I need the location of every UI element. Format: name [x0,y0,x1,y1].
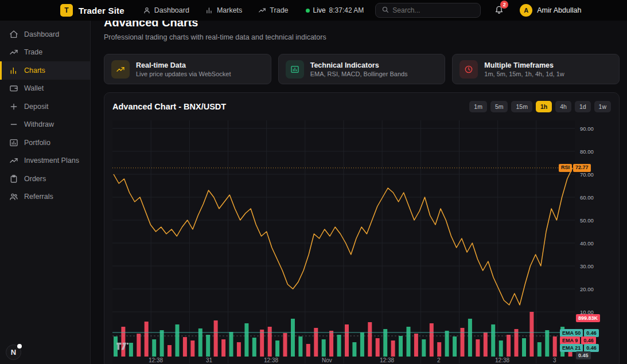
feature-description: Live price updates via WebSocket [136,71,231,77]
notification-count-badge: 2 [500,1,508,9]
search-input[interactable] [392,6,469,14]
tradingview-logo[interactable] [116,342,133,353]
ema-badge-label: EMA 50 [560,329,583,337]
timeframe-1d-button[interactable]: 1d [575,101,591,112]
sidebar-item-label: Trade [24,48,42,56]
sidebar-item-label: Deposit [24,103,48,111]
price-tick-label: 40.00 [580,240,594,246]
x-axis-label: 3 [553,357,556,363]
sidebar-item-withdraw[interactable]: Withdraw [0,116,90,134]
volume-bar [430,323,434,357]
volume-badge: 899.83K [576,314,600,322]
dev-badge[interactable]: N [6,345,21,360]
volume-bar [437,342,441,357]
timeframe-1h-button[interactable]: 1h [536,101,552,112]
volume-bar [391,340,395,357]
search-box[interactable] [375,3,481,18]
timeframe-15m-button[interactable]: 15m [511,101,532,112]
volume-bar [137,334,141,357]
notifications-button[interactable]: 2 [494,5,504,16]
x-axis-label: 12:38 [264,357,278,363]
nav-dashboard-label: Dashboard [154,6,189,14]
timeframe-1w-button[interactable]: 1w [594,101,611,112]
volume-bar [322,339,326,357]
ema-badge: EMA 90.46 [560,336,596,345]
sidebar-item-orders[interactable]: Orders [0,170,90,188]
x-axis-label: 12:38 [380,357,394,363]
feature-card-multiple-timeframes: Multiple Timeframes 1m, 5m, 15m, 1h, 4h,… [452,54,620,84]
volume-bar [399,336,403,357]
volume-bar [376,338,380,357]
sidebar-item-charts[interactable]: Charts [0,61,90,80]
users-icon [9,192,18,201]
volume-bar [145,322,149,357]
nav-markets[interactable]: Markets [205,6,242,14]
volume-bar [345,324,349,357]
trend-up-icon [258,6,266,14]
feature-title: Real-time Data [136,61,231,69]
price-axis[interactable]: 90.0080.0070.0060.0050.0040.0030.0020.00… [575,120,613,363]
clipboard-icon [9,174,18,183]
sidebar-item-wallet[interactable]: Wallet [0,80,90,98]
volume-bar [291,319,295,357]
live-status: Live 8:37:42 AM [306,6,364,14]
ema-badge-value: 0.46 [584,329,599,337]
timeframe-4h-button[interactable]: 4h [555,101,571,112]
volume-bar [337,335,341,357]
volume-bar [168,345,172,357]
chart-panel: Advanced Chart - BNX/USDT 1m5m15m1h4h1d1… [104,92,620,364]
volume-bar [368,322,372,357]
price-tick-label: 60.00 [580,194,594,201]
trend-up-icon [9,48,18,57]
sidebar-item-label: Portfolio [24,139,50,147]
sidebar-item-referrals[interactable]: Referrals [0,188,90,206]
sidebar: Dashboard Trade Charts Wallet Deposit Wi… [0,21,91,364]
nav-dashboard[interactable]: Dashboard [143,6,189,14]
timeframe-5m-button[interactable]: 5m [490,101,508,112]
volume-bar [229,332,233,357]
volume-bar [306,344,310,357]
feature-title: Technical Indicators [310,61,408,69]
user-menu[interactable]: A Amir Abdullah [520,4,581,17]
volume-bar [206,335,210,357]
feature-description: EMA, RSI, MACD, Bollinger Bands [310,71,408,77]
price-chart[interactable] [112,120,575,363]
time-axis[interactable]: 12:383112:38Nov12:38212:383 [112,357,575,364]
volume-bar [529,312,533,357]
x-axis-label: 12:38 [149,357,163,363]
price-tick-label: 70.00 [580,171,594,178]
rsi-badge-value: 72.77 [573,164,591,172]
rsi-badge-label: RSI [559,164,572,172]
chart-area: 90.0080.0070.0060.0050.0040.0030.0020.00… [112,120,611,364]
volume-bar [214,320,218,357]
volume-bar [422,339,426,357]
clock-icon [459,60,478,79]
price-tick-label: 90.00 [580,126,594,132]
volume-bar [545,330,549,357]
sidebar-item-label: Wallet [24,84,44,92]
volume-badge-value: 899.83K [576,314,600,322]
volume-bar [244,323,248,357]
rsi-badge: RSI72.77 [559,164,591,172]
sidebar-item-deposit[interactable]: Deposit [0,97,90,116]
sidebar-item-portfolio[interactable]: Portfolio [0,134,90,152]
volume-bar [352,342,356,357]
app-window: T Trader Site Dashboard Markets Trade Li… [0,0,627,364]
page-subtitle: Professional trading charts with real-ti… [104,33,620,41]
sidebar-item-dashboard[interactable]: Dashboard [0,25,90,44]
sidebar-item-investment-plans[interactable]: Investment Plans [0,152,90,170]
ema-badge: EMA 500.46 [560,329,599,337]
nav-trade-label: Trade [270,6,288,14]
price-tick-label: 30.00 [580,263,594,269]
volume-bar [553,336,557,357]
brand[interactable]: T Trader Site [60,4,124,17]
chart-panel-header: Advanced Chart - BNX/USDT 1m5m15m1h4h1d1… [112,100,611,113]
timeframe-1m-button[interactable]: 1m [469,101,487,112]
sidebar-item-trade[interactable]: Trade [0,44,90,62]
volume-bar [491,324,495,357]
x-axis-label: 12:38 [495,357,509,363]
brand-name: Trader Site [79,6,124,15]
nav-trade[interactable]: Trade [258,6,288,14]
ema-badge-label: EMA 9 [560,336,580,345]
last-value-badge: 0.45 [576,351,591,359]
